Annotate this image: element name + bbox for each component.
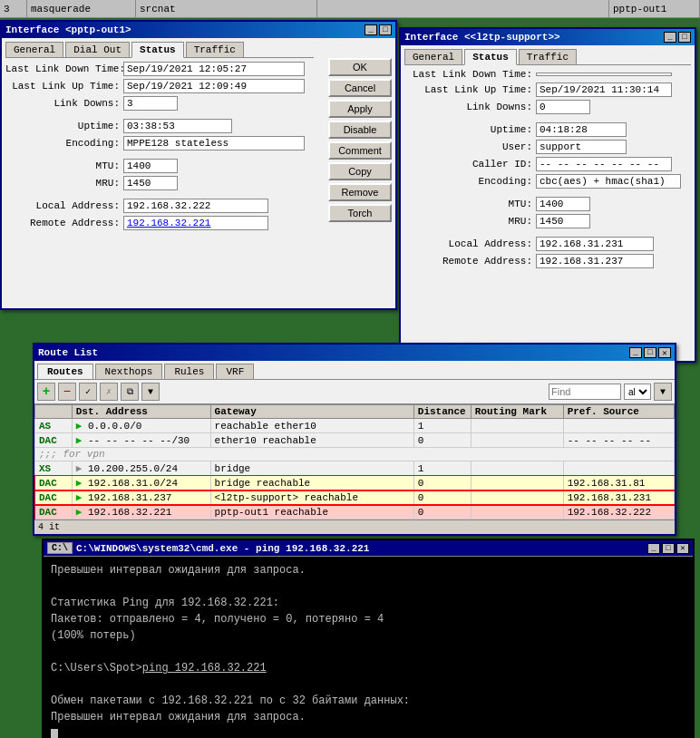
tab-status[interactable]: Status [131,42,184,58]
route-count: 4 it [38,522,60,532]
table-row[interactable]: DAC ▶ 192.168.32.221 pptp-out1 reachable… [35,505,675,520]
pptp-maximize-btn[interactable]: □ [379,24,392,35]
l2tp-minimize-btn[interactable]: _ [664,32,676,43]
cmd-line-4: Пакетов: отправлено = 4, получено = 0, п… [51,611,685,627]
remote-addr-label: Remote Address: [5,218,123,228]
l2tp-mru-label: MRU: [404,216,536,227]
l2tp-local-value: 192.168.31.231 [536,237,654,251]
remove-button[interactable]: Remove [328,183,392,201]
search-arrow-btn[interactable]: ▼ [654,383,672,401]
l2tp-user-value: support [536,140,627,154]
search-dropdown[interactable]: all [624,384,651,400]
copy-button[interactable]: Copy [328,162,392,180]
apply-button[interactable]: Apply [328,100,392,118]
col-mark[interactable]: Routing Mark [471,405,563,419]
cmd-minimize-btn[interactable]: _ [647,543,660,554]
tab-traffic[interactable]: Traffic [186,42,244,57]
table-row[interactable]: DAC ▶ 192.168.31.237 <l2tp-support> reac… [35,490,675,505]
comment-button[interactable]: Comment [328,141,392,160]
uptime-label: Uptime: [5,121,123,131]
remove-route-btn[interactable]: − [58,383,76,401]
l2tp-caller-row: Caller ID: -- -- -- -- -- -- -- [404,157,691,171]
row-distance: 0 [413,490,471,505]
row-pref: 192.168.31.231 [563,490,674,505]
cmd-maximize-btn[interactable]: □ [662,543,675,554]
col-distance[interactable]: Distance [413,405,471,419]
route-table-container: Dst. Address Gateway Distance Routing Ma… [34,404,675,520]
row-pref [563,461,674,476]
l2tp-tab-traffic[interactable]: Traffic [519,49,577,64]
remote-addr-row: Remote Address: 192.168.32.221 [5,216,314,230]
route-tab-vrf[interactable]: VRF [216,364,254,379]
col-pref[interactable]: Pref. Source [563,405,674,419]
tab-general[interactable]: General [5,42,63,57]
route-tab-nexthops[interactable]: Nexthops [95,364,163,379]
cmd-window: C:\ C:\WINDOWS\system32\cmd.exe - ping 1… [42,539,695,738]
l2tp-encoding-label: Encoding: [404,176,536,187]
table-row[interactable]: DAC ▶ 192.168.31.0/24 bridge reachable 0… [35,476,675,490]
cancel-button[interactable]: Cancel [328,79,392,97]
mru-row: MRU: 1450 [5,176,314,190]
table-row[interactable]: XS ▶ 10.200.255.0/24 bridge 1 [35,461,675,476]
row-pref: 192.168.31.81 [563,476,674,490]
check-btn[interactable]: ✓ [79,383,97,401]
l2tp-mru-row: MRU: 1450 [404,214,691,228]
route-statusbar: 4 it [34,520,675,534]
cmd-line-3: Статистика Ping для 192.168.32.221: [51,595,685,611]
mru-label: MRU: [5,178,123,189]
l2tp-mtu-row: MTU: 1400 [404,197,691,211]
uncheck-btn[interactable]: ✗ [100,383,118,401]
row-mark [471,419,563,433]
link-downs-label: Link Downs: [5,98,123,109]
top-table-row: 3 masquerade srcnat pptp-out1 [0,0,700,18]
disable-button[interactable]: Disable [328,121,392,139]
l2tp-uptime-value: 04:18:28 [536,122,627,137]
col-gateway[interactable]: Gateway [210,405,413,419]
cmd-line-9: Обмен пакетами с 192.168.32.221 по с 32 … [51,693,685,709]
ok-button[interactable]: OK [328,58,392,76]
filter-btn[interactable]: ▼ [141,383,160,401]
l2tp-maximize-btn[interactable]: □ [678,32,691,43]
pptp-minimize-btn[interactable]: _ [365,24,377,35]
col-dst[interactable]: Dst. Address [72,405,210,419]
row-mark [471,433,563,448]
arrow-icon: ▶ [76,435,83,446]
cmd-cursor-line [51,725,685,738]
pptp-buttons: OK Cancel Apply Disable Comment Copy Rem… [328,58,392,222]
l2tp-caller-label: Caller ID: [404,159,536,170]
arrow-icon: ▶ [76,507,83,518]
last-link-up-value: Sep/19/2021 12:09:49 [123,79,305,93]
l2tp-tab-status[interactable]: Status [464,49,517,65]
route-list-window: Route List _ □ ✕ Routes Nexthops Rules V… [33,343,676,536]
torch-button[interactable]: Torch [328,204,392,222]
route-tab-routes[interactable]: Routes [37,364,93,379]
route-close-btn[interactable]: ✕ [658,347,671,358]
row-dst: ▶ 10.200.255.0/24 [72,461,210,476]
row-gateway: bridge [210,461,413,476]
arrow-icon: ▶ [76,463,83,474]
tab-dial-out[interactable]: Dial Out [65,42,130,57]
add-route-btn[interactable]: + [37,383,55,401]
l2tp-tab-general[interactable]: General [404,49,462,64]
l2tp-last-up-row: Last Link Up Time: Sep/19/2021 11:30:14 [404,83,691,97]
table-row[interactable]: DAC ▶ -- -- -- -- --/30 ether10 reachabl… [35,433,675,448]
route-maximize-btn[interactable]: □ [644,347,656,358]
cmd-line-1: Превышен интервал ожидания для запроса. [51,562,685,578]
l2tp-link-downs-value: 0 [536,100,590,114]
l2tp-user-row: User: support [404,140,691,154]
cmd-close-btn[interactable]: ✕ [676,543,689,554]
table-row[interactable]: AS ▶ 0.0.0.0/0 reachable ether10 1 [35,419,675,433]
search-input[interactable] [549,384,621,400]
encoding-value: MPPE128 stateless [123,136,305,151]
l2tp-last-up-label: Last Link Up Time: [404,84,536,95]
copy-route-btn[interactable]: ⧉ [121,383,139,401]
l2tp-user-label: User: [404,141,536,152]
route-tab-rules[interactable]: Rules [164,364,214,379]
table-row: ;;; for vpn [35,448,675,461]
row-distance: 0 [413,476,471,490]
route-titlebar: Route List _ □ ✕ [34,345,675,361]
route-table: Dst. Address Gateway Distance Routing Ma… [34,404,675,520]
route-minimize-btn[interactable]: _ [629,347,642,358]
row-flag: XS [35,461,73,476]
row-dst: ▶ -- -- -- -- --/30 [72,433,210,448]
